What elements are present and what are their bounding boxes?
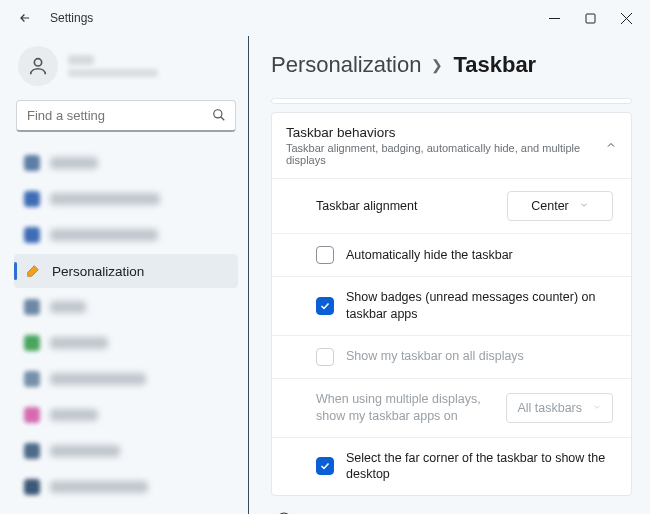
nav-item-personalization[interactable]: Personalization <box>14 254 238 288</box>
chevron-down-icon <box>592 401 602 415</box>
far-corner-checkbox[interactable] <box>316 457 334 475</box>
back-button[interactable] <box>14 7 36 29</box>
nav-item[interactable] <box>14 398 238 432</box>
close-button[interactable] <box>608 4 644 32</box>
chevron-up-icon <box>605 137 617 155</box>
svg-point-4 <box>34 59 41 66</box>
maximize-button[interactable] <box>572 4 608 32</box>
collapsed-card[interactable] <box>271 98 632 104</box>
alignment-label: Taskbar alignment <box>316 198 495 215</box>
svg-rect-1 <box>586 14 595 23</box>
profile[interactable] <box>14 44 238 100</box>
svg-point-5 <box>214 110 222 118</box>
nav-item[interactable] <box>14 290 238 324</box>
far-corner-row[interactable]: Select the far corner of the taskbar to … <box>272 437 631 496</box>
breadcrumb: Personalization ❯ Taskbar <box>271 52 632 78</box>
all-displays-checkbox <box>316 348 334 366</box>
nav-item[interactable] <box>14 362 238 396</box>
card-title: Taskbar behaviors <box>286 125 605 140</box>
all-displays-label: Show my taskbar on all displays <box>346 348 613 365</box>
badges-row[interactable]: Show badges (unread messages counter) on… <box>272 276 631 335</box>
badges-label: Show badges (unread messages counter) on… <box>346 289 613 323</box>
nav-item[interactable] <box>14 218 238 252</box>
chevron-down-icon <box>579 199 589 213</box>
breadcrumb-current: Taskbar <box>453 52 536 78</box>
far-corner-label: Select the far corner of the taskbar to … <box>346 450 613 484</box>
nav-item[interactable] <box>14 146 238 180</box>
breadcrumb-parent[interactable]: Personalization <box>271 52 421 78</box>
auto-hide-checkbox[interactable] <box>316 246 334 264</box>
nav-item[interactable] <box>14 470 238 504</box>
nav-item[interactable] <box>14 434 238 468</box>
search-icon <box>212 108 226 126</box>
svg-line-6 <box>221 117 225 121</box>
auto-hide-row[interactable]: Automatically hide the taskbar <box>272 233 631 276</box>
get-help-link[interactable]: Get help <box>271 510 632 514</box>
nav-item[interactable] <box>14 182 238 216</box>
nav-item[interactable] <box>14 326 238 360</box>
alignment-select[interactable]: Center <box>507 191 613 221</box>
search-input[interactable] <box>16 100 236 132</box>
taskbar-behaviors-card: Taskbar behaviors Taskbar alignment, bad… <box>271 112 632 496</box>
help-icon <box>275 510 293 514</box>
avatar <box>18 46 58 86</box>
nav-label: Personalization <box>52 264 144 279</box>
minimize-button[interactable] <box>536 4 572 32</box>
multi-displays-label: When using multiple displays, show my ta… <box>316 391 494 425</box>
all-displays-row: Show my taskbar on all displays <box>272 335 631 378</box>
chevron-right-icon: ❯ <box>431 57 443 73</box>
paintbrush-icon <box>24 262 42 280</box>
alignment-row: Taskbar alignment Center <box>272 178 631 233</box>
multi-select: All taskbars <box>506 393 613 423</box>
card-subtitle: Taskbar alignment, badging, automaticall… <box>286 142 605 166</box>
multi-displays-row: When using multiple displays, show my ta… <box>272 378 631 437</box>
profile-name <box>68 55 158 77</box>
badges-checkbox[interactable] <box>316 297 334 315</box>
search-box[interactable] <box>16 100 236 132</box>
window-title: Settings <box>50 11 93 25</box>
auto-hide-label: Automatically hide the taskbar <box>346 247 613 264</box>
card-header[interactable]: Taskbar behaviors Taskbar alignment, bad… <box>272 113 631 178</box>
